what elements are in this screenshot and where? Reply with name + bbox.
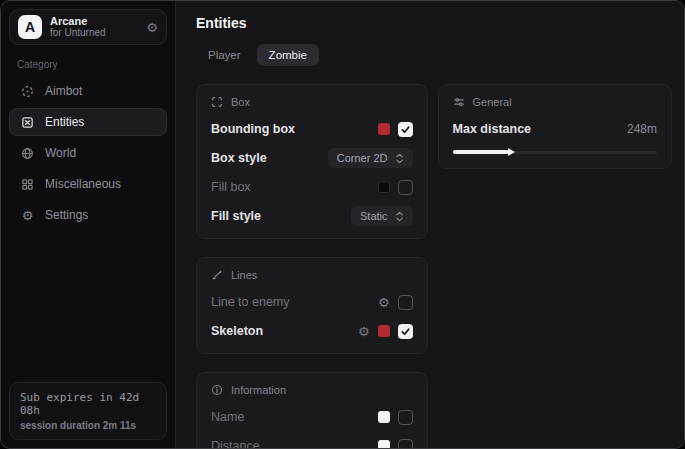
app-logo: A <box>18 15 42 39</box>
sidebar-item-label: World <box>45 146 76 160</box>
general-card-header: General <box>453 94 657 110</box>
slider-thumb[interactable] <box>508 148 515 156</box>
sidebar-item-world[interactable]: World <box>9 139 167 167</box>
app-name: Arcane <box>50 15 106 27</box>
setting-label: Bounding box <box>211 122 295 136</box>
sliders-icon <box>453 96 465 108</box>
setting-label: Name <box>211 410 244 424</box>
content-area: Box Bounding box Box style <box>196 84 672 448</box>
gear-icon: ⚙ <box>20 209 35 222</box>
setting-label: Line to enemy <box>211 295 290 309</box>
setting-row-fill-style: Fill style Static <box>211 206 413 226</box>
setting-row-box-style: Box style Corner 2D <box>211 148 413 168</box>
main-panel: Entities Player Zombie Box <box>176 1 684 448</box>
sub-expiry-text: Sub expires in 42d 08h <box>20 391 156 417</box>
box-card-header: Box <box>211 94 413 110</box>
checkbox-unchecked[interactable] <box>398 410 413 425</box>
gear-icon[interactable]: ⚙ <box>146 20 158 35</box>
gear-icon[interactable]: ⚙ <box>378 296 390 309</box>
information-card-header: Information <box>211 382 413 398</box>
tab-zombie[interactable]: Zombie <box>257 44 319 66</box>
sidebar-item-label: Miscellaneous <box>45 177 121 191</box>
gear-icon[interactable]: ⚙ <box>358 325 370 338</box>
tab-player[interactable]: Player <box>196 44 253 66</box>
card-title: General <box>473 96 512 108</box>
lines-card: Lines Line to enemy ⚙ Skeleton ⚙ <box>196 257 428 354</box>
setting-label: Box style <box>211 151 267 165</box>
sidebar-item-miscellaneous[interactable]: Miscellaneous <box>9 170 167 198</box>
grid-icon <box>20 178 35 191</box>
right-column: General Max distance 248m <box>438 84 672 169</box>
subscription-card: Sub expires in 42d 08h session duration … <box>9 382 167 440</box>
checkbox-unchecked[interactable] <box>398 295 413 310</box>
sidebar-nav: Aimbot Entities World <box>9 76 167 230</box>
sidebar-item-settings[interactable]: ⚙ Settings <box>9 201 167 229</box>
card-title: Lines <box>231 269 257 281</box>
setting-row-skeleton: Skeleton ⚙ <box>211 321 413 341</box>
app-window: A Arcane for Unturned ⚙ Category Aimbot <box>0 0 685 449</box>
setting-row-distance: Distance <box>211 436 413 448</box>
card-title: Information <box>231 384 286 396</box>
tab-bar: Player Zombie <box>196 44 672 66</box>
slider-fill <box>453 150 510 154</box>
information-card: Information Name Distance <box>196 372 428 448</box>
sidebar-item-label: Settings <box>45 208 88 222</box>
fill-style-dropdown[interactable]: Static <box>351 206 413 226</box>
setting-label: Max distance <box>453 122 532 136</box>
box-style-dropdown[interactable]: Corner 2D <box>328 148 413 168</box>
setting-row-name: Name <box>211 407 413 427</box>
pencil-line-icon <box>211 269 223 281</box>
color-swatch[interactable] <box>378 411 390 423</box>
category-label: Category <box>17 59 159 70</box>
sidebar-item-label: Entities <box>45 115 84 129</box>
color-swatch[interactable] <box>378 123 390 135</box>
app-subtitle: for Unturned <box>50 27 106 39</box>
card-title: Box <box>231 96 250 108</box>
color-swatch[interactable] <box>378 181 390 193</box>
entities-icon <box>20 116 35 129</box>
sidebar-item-label: Aimbot <box>45 84 82 98</box>
checkbox-unchecked[interactable] <box>398 180 413 195</box>
box-card: Box Bounding box Box style <box>196 84 428 239</box>
checkbox-unchecked[interactable] <box>398 439 413 449</box>
info-icon <box>211 384 223 396</box>
sidebar-item-aimbot[interactable]: Aimbot <box>9 77 167 105</box>
color-swatch[interactable] <box>378 440 390 448</box>
crosshair-icon <box>20 85 35 98</box>
left-column: Box Bounding box Box style <box>196 84 428 448</box>
unfold-icon <box>395 153 404 164</box>
color-swatch[interactable] <box>378 325 390 337</box>
slider-value: 248m <box>627 122 657 136</box>
logo-card: A Arcane for Unturned ⚙ <box>9 9 167 45</box>
checkbox-checked[interactable] <box>398 324 413 339</box>
dropdown-value: Corner 2D <box>337 152 388 164</box>
session-duration-text: session duration 2m 11s <box>20 420 156 431</box>
corner-brackets-icon <box>211 96 223 108</box>
setting-label: Fill box <box>211 180 251 194</box>
max-distance-slider[interactable] <box>453 148 657 156</box>
unfold-icon <box>395 211 404 222</box>
setting-row-fill-box: Fill box <box>211 177 413 197</box>
sidebar-item-entities[interactable]: Entities <box>9 108 167 136</box>
page-title: Entities <box>196 15 672 31</box>
setting-label: Skeleton <box>211 324 263 338</box>
setting-row-line-to-enemy: Line to enemy ⚙ <box>211 292 413 312</box>
setting-label: Fill style <box>211 209 261 223</box>
sidebar: A Arcane for Unturned ⚙ Category Aimbot <box>1 1 176 448</box>
setting-row-max-distance: Max distance 248m <box>453 119 657 139</box>
checkbox-checked[interactable] <box>398 122 413 137</box>
lines-card-header: Lines <box>211 267 413 283</box>
globe-icon <box>20 147 35 160</box>
setting-row-bounding-box: Bounding box <box>211 119 413 139</box>
general-card: General Max distance 248m <box>438 84 672 169</box>
logo-text: Arcane for Unturned <box>50 15 106 39</box>
dropdown-value: Static <box>360 210 388 222</box>
setting-label: Distance <box>211 439 260 448</box>
